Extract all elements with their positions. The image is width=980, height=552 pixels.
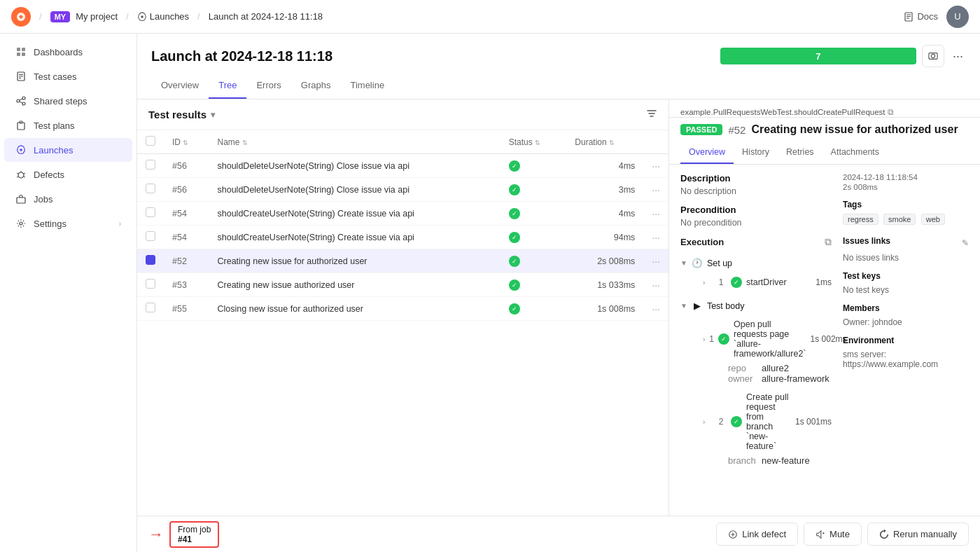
table-row[interactable]: #56 shouldDeleteUserNote(String) Close i… [137,178,668,202]
member-owner-row: Owner: johndoe [843,317,969,327]
row-status: ✓ [500,249,567,273]
app-logo[interactable] [11,7,31,27]
row-duration: 1s 033ms [566,273,643,297]
tab-overview[interactable]: Overview [151,73,209,99]
body-step-1-name: Open pull requests page `allure-framewor… [734,319,806,359]
table-row[interactable]: #56 shouldDeleteUserNote(String) Close i… [137,154,668,178]
svg-line-18 [20,102,22,103]
link-defect-icon [728,530,738,539]
row-checkbox[interactable] [137,178,164,202]
detail-tab-retries[interactable]: Retries [778,142,822,164]
row-id: #56 [164,178,209,202]
tab-errors[interactable]: Errors [246,73,290,99]
sidebar-item-test-cases[interactable]: Test cases [4,64,132,88]
row-status: ✓ [500,154,567,178]
sidebar-item-dashboards[interactable]: Dashboards [4,40,132,64]
page-title: Launch at 2024-12-18 11:18 [151,48,332,64]
row-checkbox[interactable] [137,154,164,178]
settings-icon [15,218,27,229]
execution-icon[interactable]: ⧉ [825,236,832,248]
execution-header: Execution ⧉ [680,236,832,248]
tab-graphs[interactable]: Graphs [291,73,341,99]
meta-timestamp: 2024-12-18 11:18:54 [843,173,969,181]
sidebar-item-launches[interactable]: Launches [4,138,132,162]
panel-title-chevron[interactable]: ▾ [211,110,215,120]
settings-chevron-icon: › [119,220,121,228]
body-step-1-dur: 1s 002ms [811,334,847,344]
test-body-label: Test body [707,301,745,311]
tab-tree[interactable]: Tree [209,73,246,99]
setup-section: ▼ 🕐 Set up › 1 ✓ startDriver 1 [680,254,832,292]
main-content: Launch at 2024-12-18 11:18 7 ··· Overvie… [137,34,980,552]
detail-path-row: example.PullRequestsWebTest.shouldCreate… [669,99,980,118]
table-row[interactable]: #55 Closing new issue for authorized use… [137,297,668,321]
test-body-section: ▼ ▶ Test body › 1 ✓ [680,296,832,470]
edit-icon[interactable]: ✎ [962,238,969,248]
docs-link[interactable]: Docs [903,11,938,22]
mute-icon [816,530,825,539]
col-name[interactable]: Name ⇅ [209,130,500,154]
main-layout: Dashboards Test cases Shared steps Test … [0,34,980,552]
more-options-button[interactable]: ··· [950,46,966,67]
row-checkbox[interactable] [137,297,164,321]
sidebar-item-settings[interactable]: Settings › [4,212,132,235]
rerun-button[interactable]: Rerun manually [867,523,969,546]
row-options: ··· [643,226,668,249]
detail-tab-overview[interactable]: Overview [680,142,734,164]
mute-button[interactable]: Mute [804,523,862,546]
sidebar-item-shared-steps[interactable]: Shared steps [4,89,132,113]
col-options [643,130,668,154]
sidebar-item-jobs[interactable]: Jobs [4,187,132,211]
tag-regress[interactable]: regress [843,214,878,225]
row-checkbox[interactable] [137,226,164,249]
col-id[interactable]: ID ⇅ [164,130,209,154]
from-job-label: From job [178,525,211,534]
environment-title: Environment [843,336,969,345]
grid-icon [15,46,27,57]
table-row[interactable]: #52 Creating new issue for authorized us… [137,249,668,273]
row-status: ✓ [500,273,567,297]
row-id: #53 [164,273,209,297]
select-all-checkbox[interactable] [137,130,164,154]
row-checkbox[interactable] [137,273,164,297]
project-link[interactable]: My project [76,11,118,22]
user-avatar[interactable]: U [946,6,969,28]
job-id-label: #41 [178,534,211,544]
owner-label: Owner: [843,317,870,327]
owner-value: johndoe [872,317,902,327]
svg-point-15 [17,99,20,102]
link-defect-button[interactable]: Link defect [716,523,798,546]
setup-step-1: › 1 ✓ startDriver 1ms [703,272,832,292]
setup-label: Set up [707,258,732,268]
tag-smoke[interactable]: smoke [883,214,916,225]
table-row[interactable]: #54 shouldCreateUserNote(String) Create … [137,226,668,249]
sidebar-item-test-plans[interactable]: Test plans [4,113,132,137]
body-step-2-expand[interactable]: › [703,418,711,426]
col-duration[interactable]: Duration ⇅ [566,130,643,154]
launches-link[interactable]: Launches [137,11,189,22]
col-status[interactable]: Status ⇅ [500,130,567,154]
setup-collapse-icon[interactable]: ▼ [680,259,687,267]
copy-icon[interactable]: ⧉ [888,107,894,117]
sidebar-item-defects[interactable]: Defects [4,163,132,186]
test-results-panel: Test results ▾ ID ⇅ Name ⇅ [137,99,669,516]
screenshot-icon-button[interactable] [922,45,944,67]
table-row[interactable]: #53 Creating new issue authorized user ✓… [137,273,668,297]
svg-point-1 [141,15,144,18]
table-row[interactable]: #54 shouldCreateUserNote(String) Create … [137,202,668,226]
detail-tab-attachments[interactable]: Attachments [822,142,888,164]
row-name: shouldDeleteUserNote(String) Close issue… [209,178,500,202]
detail-panel: example.PullRequestsWebTest.shouldCreate… [669,99,980,516]
filter-icon[interactable] [646,108,657,121]
body-step-1-expand[interactable]: › [703,336,705,343]
members-title: Members [843,303,969,313]
detail-tab-history[interactable]: History [734,142,778,164]
detail-val-repo: allure2 [762,363,789,373]
tags-title: Tags [843,200,969,209]
row-checkbox[interactable] [137,202,164,226]
row-checkbox[interactable] [137,249,164,273]
tab-timeline[interactable]: Timeline [340,73,394,99]
test-body-collapse-icon[interactable]: ▼ [680,302,687,310]
tag-web[interactable]: web [921,214,945,225]
step-expand-icon[interactable]: › [703,279,711,287]
